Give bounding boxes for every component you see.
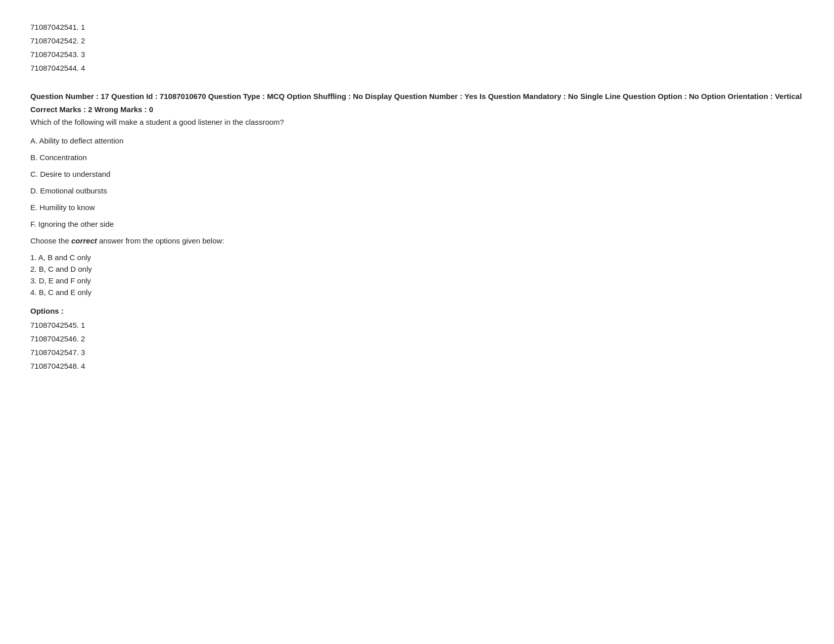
statement-option-item: F. Ignoring the other side (30, 220, 804, 228)
bottom-option-item: 71087042546. 2 (30, 332, 804, 345)
top-options-list: 71087042541. 171087042542. 271087042543.… (30, 20, 804, 75)
statement-option-item: C. Desire to understand (30, 170, 804, 178)
statement-option-item: A. Ability to deflect attention (30, 136, 804, 145)
answer-options: 1. A, B and C only2. B, C and D only3. D… (30, 253, 804, 296)
answer-option-item: 4. B, C and E only (30, 288, 804, 296)
options-label: Options : (30, 307, 804, 315)
statement-options: A. Ability to deflect attentionB. Concen… (30, 136, 804, 228)
top-option-item: 71087042542. 2 (30, 34, 804, 47)
choose-text: Choose the correct answer from the optio… (30, 236, 804, 245)
statement-option-item: B. Concentration (30, 153, 804, 162)
bottom-option-item: 71087042548. 4 (30, 359, 804, 373)
bottom-options-list: 71087042545. 171087042546. 271087042547.… (30, 318, 804, 373)
marks-line: Correct Marks : 2 Wrong Marks : 0 (30, 105, 804, 114)
bottom-option-item: 71087042547. 3 (30, 345, 804, 359)
top-option-item: 71087042543. 3 (30, 47, 804, 61)
statement-option-item: D. Emotional outbursts (30, 186, 804, 195)
question-text: Which of the following will make a stude… (30, 118, 804, 126)
question-meta: Question Number : 17 Question Id : 71087… (30, 90, 804, 103)
statement-option-item: E. Humility to know (30, 203, 804, 212)
bottom-option-item: 71087042545. 1 (30, 318, 804, 332)
answer-option-item: 1. A, B and C only (30, 253, 804, 262)
answer-option-item: 3. D, E and F only (30, 276, 804, 285)
top-option-item: 71087042541. 1 (30, 20, 804, 34)
top-option-item: 71087042544. 4 (30, 61, 804, 75)
answer-option-item: 2. B, C and D only (30, 265, 804, 273)
